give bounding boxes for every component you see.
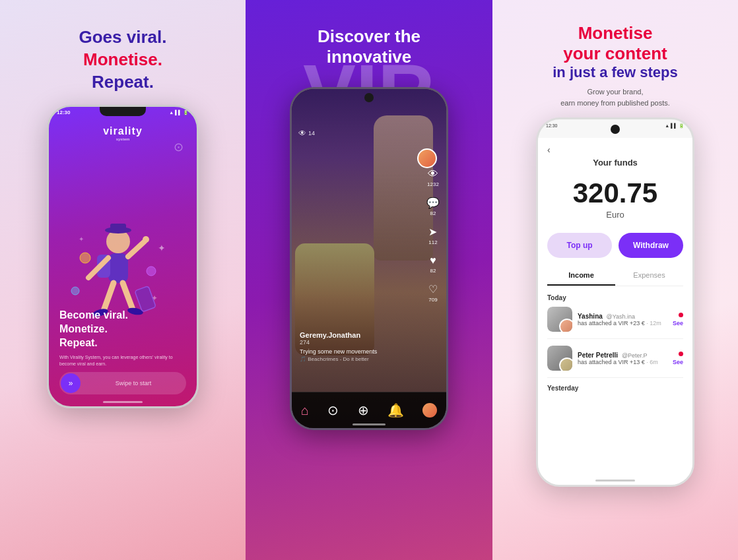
phone2-comment-count: 82 (430, 210, 436, 216)
panel1-title: Goes viral. Monetise. Repeat. (79, 26, 167, 93)
phone2-right-icons: 👁 1232 💬 82 ➤ 112 ♥ 82 ♡ 709 (426, 168, 440, 303)
phone3: 12:30 ▲ ▌▌ 🔋 ‹ Your funds 320.75 Euro To… (536, 117, 694, 487)
phone3-action-buttons: Top up Withdraw (547, 233, 683, 258)
svg-rect-3 (108, 253, 128, 283)
panel3-title: Monetise your content in just a few step… (553, 23, 678, 81)
phone2-left-info: Geremy.Jonathan 274 Trying some new move… (300, 331, 377, 362)
phone2-overlay: 👁 14 👁 1232 💬 82 ➤ 112 (292, 89, 446, 428)
phone2-caption: Trying some new movements (300, 348, 377, 355)
svg-rect-18 (135, 286, 156, 312)
trans1-dot (679, 313, 683, 317)
svg-line-8 (104, 283, 114, 311)
phone1-become-viral: Become viral. Monetize. Repeat. (59, 309, 186, 350)
phone1-swipe-bar[interactable]: » Swipe to start (59, 372, 186, 394)
panel3-subtitle: Grow your brand, earn money from publish… (560, 86, 670, 108)
transaction-1: Yashina @Yash.ina has attached a VIR +23… (547, 307, 683, 339)
phone2-music: 🎵 Beachcrimes - Do it better (300, 356, 377, 362)
phone2-username: Geremy.Jonathan (300, 331, 377, 339)
phone1: 12:30 ▲ ▌▌ 🔋 virality system (47, 105, 199, 408)
phone2-views: 274 (300, 339, 377, 346)
phone2-eye-count-right: 1232 (427, 181, 439, 187)
phone2: 👁 14 👁 1232 💬 82 ➤ 112 (290, 87, 448, 430)
svg-point-12 (80, 253, 90, 263)
phone3-back-button[interactable]: ‹ (547, 144, 683, 155)
trans2-profile-pic (559, 358, 572, 371)
phone2-home-indicator (352, 423, 386, 425)
comment-icon: 💬 (426, 197, 440, 209)
phone1-status: 12:30 ▲ ▌▌ 🔋 (57, 109, 189, 115)
phone1-status-icons: ▲ ▌▌ 🔋 (169, 110, 189, 115)
phone1-swipe-label: Swipe to start (81, 380, 186, 387)
phone2-share-count: 112 (428, 239, 437, 245)
phone1-swipe-button[interactable]: » (61, 373, 81, 393)
phone2-eye-count: 👁 14 (298, 129, 315, 138)
trans1-right: See (673, 313, 683, 327)
eye-icon: 👁 (298, 129, 306, 138)
trans2-name: Peter Petrelli @Peter.P (578, 352, 667, 359)
phone3-time: 12:30 (546, 123, 558, 129)
trans1-desc: has attached a VIR +23 € · 12m (578, 320, 667, 327)
panel-2: Discover the innovative VIR 👁 14 👁 (246, 0, 492, 560)
trans2-info: Peter Petrelli @Peter.P has attached a V… (578, 352, 667, 365)
phone1-logo-text: virality (49, 125, 197, 137)
svg-point-7 (143, 236, 149, 243)
section-yesterday: Yesterday (547, 385, 683, 392)
trans1-avatar (547, 307, 572, 332)
phone1-home-indicator (103, 401, 143, 403)
panel2-line1: Discover the (318, 26, 420, 47)
phone3-status-icons: ▲ ▌▌ 🔋 (665, 123, 685, 129)
tab-income[interactable]: Income (547, 271, 615, 286)
phone1-logo: virality system (49, 125, 197, 141)
trans2-right: See (673, 352, 683, 365)
svg-line-9 (123, 283, 133, 309)
phone3-tabs: Income Expenses (547, 271, 683, 286)
transaction-2: Peter Petrelli @Peter.P has attached a V… (547, 346, 683, 378)
phone2-heart-icon-item2: ♡ 709 (428, 283, 438, 303)
phone2-comment-icon-item: 💬 82 (426, 197, 440, 216)
phone1-bottom-text: Become viral. Monetize. Repeat. With Vir… (59, 309, 186, 367)
trans2-avatar (547, 346, 572, 371)
trans2-desc: has attached a VIR +13 € · 6m (578, 359, 667, 365)
panel3-line2: your content (553, 44, 678, 64)
svg-rect-2 (110, 224, 126, 232)
trans1-profile-pic (559, 319, 572, 332)
trans2-dot (679, 352, 683, 356)
phone3-notch (611, 125, 620, 134)
share-icon: ➤ (428, 226, 437, 238)
phone1-decorations: ⊙ (174, 140, 184, 154)
panel3-line1: Monetise (553, 23, 678, 44)
svg-text:✦: ✦ (158, 243, 164, 253)
phone2-eye-icon-item: 👁 1232 (427, 168, 439, 187)
phone2-share-icon-item: ➤ 112 (428, 226, 437, 245)
trans1-handle: @Yash.ina (607, 313, 636, 320)
trans2-handle: @Peter.P (622, 352, 648, 359)
top-up-button[interactable]: Top up (547, 233, 612, 258)
panel-1: Goes viral. Monetise. Repeat. 12:30 ▲ ▌▌… (0, 0, 246, 560)
panel1-line1: Goes viral. (79, 26, 167, 49)
trans1-see-button[interactable]: See (673, 320, 683, 327)
tab-expenses[interactable]: Expenses (615, 271, 683, 286)
panel-3: Monetise your content in just a few step… (492, 0, 738, 560)
heart-icon-2: ♡ (428, 283, 438, 296)
phone3-amount: 320.75 (547, 179, 683, 207)
phone3-content: ‹ Your funds 320.75 Euro Top up Withdraw… (538, 138, 692, 485)
phone2-heart-count2: 709 (428, 297, 437, 303)
svg-text:✦: ✦ (79, 235, 84, 243)
phone2-left-icons: 👁 14 (298, 129, 315, 138)
phone3-home-indicator (595, 480, 635, 482)
panel2-title: Discover the innovative (318, 26, 420, 67)
trans2-see-button[interactable]: See (673, 359, 683, 365)
section-today: Today (547, 294, 683, 301)
phone2-heart-icon-item1: ♥ 82 (430, 255, 436, 274)
trans1-info: Yashina @Yash.ina has attached a VIR +23… (578, 313, 667, 327)
panel1-line3: Repeat. (79, 71, 167, 94)
panel3-line3: in just a few steps (553, 64, 678, 81)
phone3-screen-title: Your funds (547, 158, 683, 168)
svg-point-13 (147, 266, 156, 276)
panel2-line2: innovative (318, 47, 420, 67)
phone1-time: 12:30 (57, 109, 70, 115)
phone3-currency: Euro (547, 210, 683, 220)
trans1-name: Yashina @Yash.ina (578, 313, 667, 320)
phone2-notch (364, 93, 374, 102)
withdraw-button[interactable]: Withdraw (619, 233, 683, 258)
